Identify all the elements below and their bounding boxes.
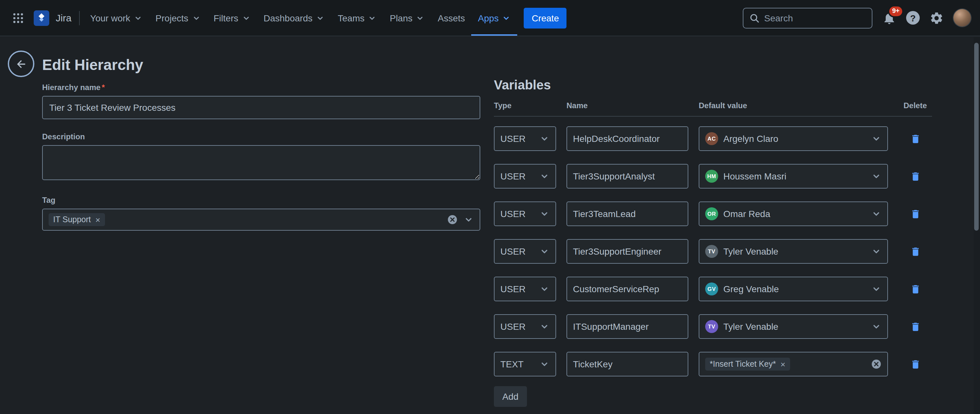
default-value-name: Omar Reda: [723, 209, 770, 219]
default-value-select[interactable]: TV Tyler Venable: [699, 314, 888, 339]
notifications-button[interactable]: 9+: [882, 11, 896, 25]
nav-item-apps[interactable]: Apps: [471, 0, 517, 36]
default-value-name: Tyler Venable: [723, 246, 778, 257]
top-nav-left: Jira Your work Projects Filters Dashboar…: [8, 0, 567, 36]
chevron-down-icon: [368, 13, 377, 22]
type-select[interactable]: USER: [494, 164, 556, 189]
variable-name-input[interactable]: [566, 164, 688, 189]
nav-divider: [79, 11, 80, 25]
user-avatar: HM: [705, 170, 718, 183]
default-value-select[interactable]: HM Houssem Masri: [699, 164, 888, 189]
delete-button[interactable]: [908, 244, 923, 259]
hierarchy-name-label: Hierarchy name*: [42, 83, 480, 92]
default-value-name: Argelyn Claro: [723, 133, 778, 144]
nav-item-label: Teams: [338, 13, 364, 23]
remove-tag-icon[interactable]: ×: [95, 216, 100, 224]
variable-row: USER TV Tyler Venable: [494, 239, 932, 264]
type-select-value: USER: [500, 321, 526, 332]
remove-value-icon[interactable]: ×: [780, 360, 785, 368]
add-variable-button[interactable]: Add: [494, 386, 527, 407]
variable-name-input[interactable]: [566, 314, 688, 339]
search-box[interactable]: [743, 8, 872, 28]
column-header-default-value: Default value: [699, 101, 888, 110]
hierarchy-name-label-text: Hierarchy name: [42, 83, 100, 92]
variable-name-input[interactable]: [566, 277, 688, 301]
type-select-value: USER: [500, 209, 526, 219]
type-select[interactable]: USER: [494, 277, 556, 301]
delete-button[interactable]: [908, 169, 923, 184]
type-select-value: USER: [500, 246, 526, 257]
variable-name-input[interactable]: [566, 352, 688, 376]
chevron-down-icon: [871, 171, 881, 181]
nav-item-projects[interactable]: Projects: [149, 0, 207, 36]
brand-name: Jira: [56, 12, 71, 23]
nav-item-plans[interactable]: Plans: [383, 0, 431, 36]
default-value-name: Houssem Masri: [723, 171, 786, 181]
chevron-down-icon: [539, 246, 550, 257]
type-select-value: TEXT: [500, 359, 524, 369]
type-select[interactable]: USER: [494, 314, 556, 339]
delete-button[interactable]: [908, 319, 923, 334]
delete-button[interactable]: [908, 206, 923, 221]
default-value-select[interactable]: OR Omar Reda: [699, 201, 888, 226]
top-nav: Jira Your work Projects Filters Dashboar…: [0, 0, 980, 36]
site-logo[interactable]: [34, 10, 49, 25]
clear-icon[interactable]: [871, 359, 881, 369]
description-label: Description: [42, 132, 480, 141]
trash-icon: [910, 171, 921, 182]
description-textarea[interactable]: [42, 145, 480, 180]
delete-button[interactable]: [908, 131, 923, 146]
scrollbar-thumb[interactable]: [974, 43, 979, 231]
variable-row: USER HM Houssem Masri: [494, 164, 932, 189]
chevron-down-icon: [871, 133, 881, 144]
default-value-select[interactable]: GV Greg Venable: [699, 277, 888, 301]
nav-item-your-work[interactable]: Your work: [84, 0, 149, 36]
delete-button[interactable]: [908, 281, 923, 297]
settings-button[interactable]: [929, 11, 944, 25]
type-select[interactable]: USER: [494, 126, 556, 151]
app-switcher-icon[interactable]: [8, 0, 29, 36]
default-value-select[interactable]: AC Argelyn Claro: [699, 126, 888, 151]
delete-button[interactable]: [908, 357, 923, 371]
chevron-down-icon: [871, 321, 881, 332]
clear-icon[interactable]: [447, 214, 458, 225]
tag-chip: IT Support ×: [49, 213, 105, 226]
chevron-down-icon: [539, 284, 550, 294]
chevron-down-icon: [871, 284, 881, 294]
type-select[interactable]: TEXT: [494, 352, 556, 376]
default-value-chip-label: *Insert Ticket Key*: [710, 360, 776, 369]
chevron-down-icon: [539, 209, 550, 219]
nav-item-dashboards[interactable]: Dashboards: [257, 0, 331, 36]
chevron-down-icon: [416, 13, 425, 22]
hierarchy-name-input[interactable]: [42, 96, 480, 119]
type-select[interactable]: USER: [494, 239, 556, 264]
variable-name-input[interactable]: [566, 201, 688, 226]
back-button[interactable]: [8, 51, 34, 77]
type-select[interactable]: USER: [494, 201, 556, 226]
chevron-down-icon: [539, 171, 550, 181]
tag-select[interactable]: IT Support ×: [42, 209, 480, 231]
default-value-name: Tyler Venable: [723, 321, 778, 332]
tag-field-controls: [447, 214, 474, 225]
app-root: Jira Your work Projects Filters Dashboar…: [0, 0, 980, 414]
nav-item-label: Projects: [156, 13, 188, 23]
user-avatar[interactable]: [953, 9, 971, 27]
create-button[interactable]: Create: [524, 8, 567, 28]
search-icon: [749, 13, 760, 23]
default-value-field[interactable]: *Insert Ticket Key* ×: [699, 352, 888, 376]
nav-item-filters[interactable]: Filters: [207, 0, 257, 36]
chevron-down-icon[interactable]: [463, 214, 474, 225]
variable-name-input[interactable]: [566, 126, 688, 151]
page-title: Edit Hierarchy: [42, 56, 143, 74]
default-value-select[interactable]: TV Tyler Venable: [699, 239, 888, 264]
nav-item-teams[interactable]: Teams: [331, 0, 383, 36]
nav-item-assets[interactable]: Assets: [431, 0, 471, 36]
help-button[interactable]: ?: [906, 11, 920, 25]
search-input[interactable]: [764, 13, 866, 23]
nav-item-label: Filters: [213, 13, 238, 23]
user-avatar: TV: [705, 245, 718, 258]
help-icon: ?: [906, 11, 920, 25]
variable-name-input[interactable]: [566, 239, 688, 264]
variables-title: Variables: [494, 78, 932, 93]
variable-row: USER TV Tyler Venable: [494, 314, 932, 339]
